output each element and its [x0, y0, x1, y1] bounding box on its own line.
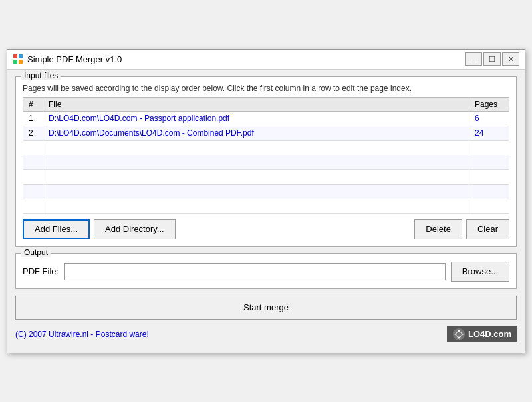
row-num: 2 [23, 126, 43, 140]
close-button[interactable]: ✕ [502, 52, 519, 66]
output-group: Output PDF File: Browse... [15, 253, 517, 289]
start-merge-button[interactable]: Start merge [15, 296, 517, 320]
pdf-file-label: PDF File: [23, 266, 59, 276]
app-icon [13, 54, 23, 64]
table-row-empty[interactable] [23, 169, 509, 184]
col-header-num: # [23, 97, 43, 111]
row-pages: 6 [469, 111, 509, 126]
table-row-empty[interactable] [23, 155, 509, 169]
output-row: PDF File: Browse... [23, 262, 509, 282]
footer: (C) 2007 Ultrawire.nl - Postcard ware! L… [15, 325, 517, 345]
delete-button[interactable]: Delete [414, 219, 462, 239]
col-header-file: File [43, 97, 469, 111]
file-table: # File Pages 1 D:\LO4D.com\LO4D.com - Pa… [23, 97, 509, 214]
title-bar-left: Simple PDF Merger v1.0 [13, 54, 122, 64]
browse-button[interactable]: Browse... [451, 262, 509, 282]
footer-logo: LO4D.com [447, 326, 517, 342]
table-row-empty[interactable] [23, 140, 509, 155]
table-row-empty[interactable] [23, 199, 509, 213]
add-directory-button[interactable]: Add Directory... [94, 219, 176, 239]
table-row-empty[interactable] [23, 184, 509, 199]
add-files-button[interactable]: Add Files... [23, 219, 90, 239]
info-text: Pages will be saved according to the dis… [23, 84, 509, 93]
table-row[interactable]: 1 D:\LO4D.com\LO4D.com - Passport applic… [23, 111, 509, 126]
window-title: Simple PDF Merger v1.0 [27, 54, 122, 64]
input-files-group: Input files Pages will be saved accordin… [15, 76, 517, 247]
main-window: Simple PDF Merger v1.0 — ☐ ✕ Input files… [7, 49, 525, 353]
footer-link[interactable]: (C) 2007 Ultrawire.nl - Postcard ware! [15, 330, 149, 339]
svg-rect-3 [19, 60, 23, 64]
input-files-label: Input files [21, 71, 61, 80]
logo-text: LO4D.com [468, 329, 511, 339]
svg-rect-1 [19, 54, 23, 58]
row-file: D:\LO4D.com\LO4D.com - Passport applicat… [43, 111, 469, 126]
svg-rect-0 [13, 54, 17, 58]
pdf-file-input[interactable] [64, 263, 446, 280]
row-num: 1 [23, 111, 43, 126]
svg-rect-2 [13, 60, 17, 64]
row-pages: 24 [469, 126, 509, 140]
file-button-row: Add Files... Add Directory... Delete Cle… [23, 219, 509, 239]
clear-button[interactable]: Clear [466, 219, 509, 239]
table-row[interactable]: 2 D:\LO4D.com\Documents\LO4D.com - Combi… [23, 126, 509, 140]
maximize-button[interactable]: ☐ [483, 52, 501, 66]
col-header-pages: Pages [469, 97, 509, 111]
title-bar: Simple PDF Merger v1.0 — ☐ ✕ [7, 50, 525, 70]
minimize-button[interactable]: — [465, 52, 482, 66]
title-bar-controls: — ☐ ✕ [465, 52, 519, 66]
output-label: Output [21, 248, 51, 257]
window-body: Input files Pages will be saved accordin… [7, 70, 525, 353]
row-file: D:\LO4D.com\Documents\LO4D.com - Combine… [43, 126, 469, 140]
